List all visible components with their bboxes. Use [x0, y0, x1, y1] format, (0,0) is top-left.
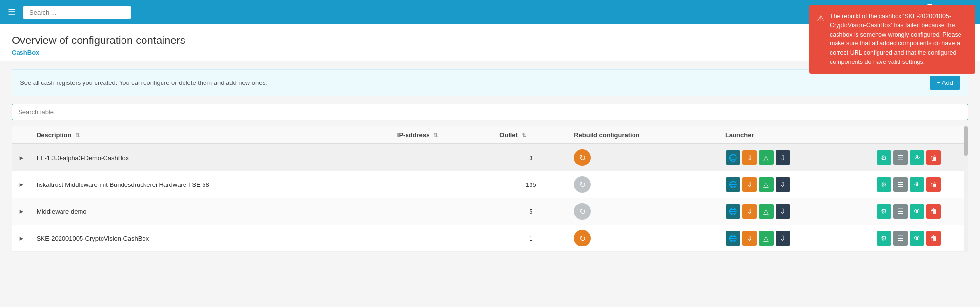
search-input[interactable] [23, 6, 131, 19]
col-launcher: Launcher [719, 126, 870, 144]
launcher-pin-button[interactable]: ⇩ [776, 177, 790, 192]
rebuild-button[interactable]: ↻ [574, 149, 591, 166]
alert-message: The rebuild of the cashbox 'SKE-20200100… [830, 12, 967, 67]
table-row: ► Middleware demo 5 ↻ 🌐 ⇓ △ ⇩ ⚙ ☰ 👁 🗑 [12, 198, 968, 225]
col-rebuild: Rebuild configuration [568, 126, 719, 144]
cell-outlet: 5 [493, 198, 568, 225]
cell-description: SKE-202001005-CryptoVision-CashBox [31, 225, 391, 252]
action-list-button[interactable]: ☰ [893, 231, 908, 246]
action-config-button[interactable]: ⚙ [877, 204, 891, 219]
cell-actions: ⚙ ☰ 👁 🗑 [870, 171, 968, 198]
cell-description: Middleware demo [31, 198, 391, 225]
launcher-download-button[interactable]: ⇓ [742, 150, 757, 165]
sort-ip-icon[interactable]: ⇅ [433, 132, 438, 138]
launcher-globe-button[interactable]: 🌐 [726, 177, 740, 192]
action-delete-button[interactable]: 🗑 [926, 204, 941, 219]
action-view-button[interactable]: 👁 [910, 204, 924, 219]
cell-launcher: 🌐 ⇓ △ ⇩ [719, 198, 870, 225]
cell-actions: ⚙ ☰ 👁 🗑 [870, 225, 968, 252]
launcher-android-button[interactable]: △ [759, 231, 774, 246]
action-config-button[interactable]: ⚙ [877, 177, 891, 192]
action-config-button[interactable]: ⚙ [877, 150, 891, 165]
expand-arrow[interactable]: ► [18, 207, 25, 215]
action-list-button[interactable]: ☰ [893, 150, 908, 165]
action-delete-button[interactable]: 🗑 [926, 177, 941, 192]
cell-outlet: 135 [493, 171, 568, 198]
table-row: ► SKE-202001005-CryptoVision-CashBox 1 ↻… [12, 225, 968, 252]
launcher-android-button[interactable]: △ [759, 150, 774, 165]
launcher-pin-button[interactable]: ⇩ [776, 204, 790, 219]
launcher-android-button[interactable]: △ [759, 204, 774, 219]
cell-description: EF-1.3.0-alpha3-Demo-CashBox [31, 144, 391, 171]
col-description: Description ⇅ [31, 126, 391, 144]
expand-arrow[interactable]: ► [18, 154, 25, 162]
col-actions [870, 126, 968, 144]
cell-ip [391, 144, 494, 171]
col-ip: IP-address ⇅ [391, 126, 494, 144]
cell-actions: ⚙ ☰ 👁 🗑 [870, 144, 968, 171]
scrollbar-thumb[interactable] [964, 126, 968, 156]
cell-rebuild: ↻ [568, 171, 719, 198]
action-list-button[interactable]: ☰ [893, 204, 908, 219]
rebuild-button[interactable]: ↻ [574, 230, 591, 246]
action-view-button[interactable]: 👁 [910, 231, 924, 246]
cell-rebuild: ↻ [568, 225, 719, 252]
launcher-globe-button[interactable]: 🌐 [726, 231, 740, 246]
launcher-android-button[interactable]: △ [759, 177, 774, 192]
description-text: See all cash registers you created. You … [20, 79, 267, 86]
cell-ip [391, 171, 494, 198]
scrollbar-track[interactable] [964, 126, 968, 252]
cashbox-table: Description ⇅ IP-address ⇅ Outlet ⇅ Rebu… [12, 126, 968, 252]
table-container: Description ⇅ IP-address ⇅ Outlet ⇅ Rebu… [12, 126, 968, 252]
sort-outlet-icon[interactable]: ⇅ [522, 132, 526, 138]
rebuild-button[interactable]: ↻ [574, 176, 591, 193]
action-view-button[interactable]: 👁 [910, 150, 924, 165]
rebuild-button[interactable]: ↻ [574, 203, 591, 220]
cell-outlet: 1 [493, 225, 568, 252]
cell-ip [391, 225, 494, 252]
cell-rebuild: ↻ [568, 144, 719, 171]
table-header-row: Description ⇅ IP-address ⇅ Outlet ⇅ Rebu… [12, 126, 968, 144]
sort-description-icon[interactable]: ⇅ [75, 132, 80, 138]
action-delete-button[interactable]: 🗑 [926, 231, 941, 246]
cell-rebuild: ↻ [568, 198, 719, 225]
search-table-input[interactable] [12, 104, 968, 120]
content: See all cash registers you created. You … [0, 69, 980, 264]
launcher-download-button[interactable]: ⇓ [742, 231, 757, 246]
launcher-pin-button[interactable]: ⇩ [776, 231, 790, 246]
action-list-button[interactable]: ☰ [893, 177, 908, 192]
col-expand [12, 126, 31, 144]
col-outlet: Outlet ⇅ [493, 126, 568, 144]
launcher-globe-button[interactable]: 🌐 [726, 150, 740, 165]
action-config-button[interactable]: ⚙ [877, 231, 891, 246]
launcher-download-button[interactable]: ⇓ [742, 204, 757, 219]
table-row: ► EF-1.3.0-alpha3-Demo-CashBox 3 ↻ 🌐 ⇓ △… [12, 144, 968, 171]
cell-launcher: 🌐 ⇓ △ ⇩ [719, 171, 870, 198]
expand-arrow[interactable]: ► [18, 181, 25, 188]
cell-launcher: 🌐 ⇓ △ ⇩ [719, 225, 870, 252]
table-row: ► fiskaltrust Middleware mit Bundesdruck… [12, 171, 968, 198]
cell-actions: ⚙ ☰ 👁 🗑 [870, 198, 968, 225]
add-button[interactable]: + Add [930, 76, 960, 90]
action-view-button[interactable]: 👁 [910, 177, 924, 192]
launcher-pin-button[interactable]: ⇩ [776, 150, 790, 165]
expand-arrow[interactable]: ► [18, 234, 25, 242]
action-delete-button[interactable]: 🗑 [926, 150, 941, 165]
cell-launcher: 🌐 ⇓ △ ⇩ [719, 144, 870, 171]
launcher-globe-button[interactable]: 🌐 [726, 204, 740, 219]
cell-ip [391, 198, 494, 225]
cell-description: fiskaltrust Middleware mit Bundesdrucker… [31, 171, 391, 198]
hamburger-icon[interactable]: ☰ [8, 7, 16, 18]
cell-outlet: 3 [493, 144, 568, 171]
alert-icon: ⚠ [817, 12, 825, 67]
alert-panel: ⚠ The rebuild of the cashbox 'SKE-202001… [809, 5, 975, 74]
launcher-download-button[interactable]: ⇓ [742, 177, 757, 192]
